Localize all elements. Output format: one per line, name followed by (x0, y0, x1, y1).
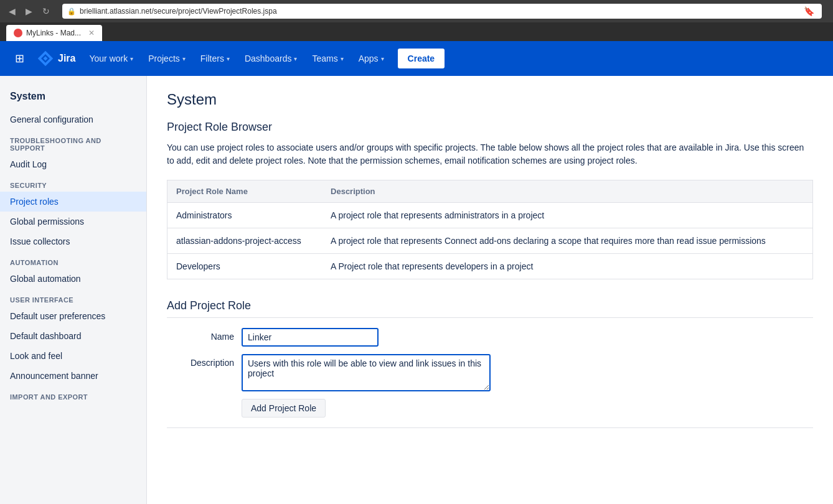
nav-teams[interactable]: Teams ▾ (306, 49, 349, 68)
tab-title: MyLinks - Mad... (26, 29, 81, 37)
role-name-administrators[interactable]: Administrators (167, 203, 322, 228)
tab-favicon (14, 29, 22, 37)
add-project-role-button[interactable]: Add Project Role (242, 399, 326, 418)
main-content: System Project Role Browser You can use … (147, 76, 833, 504)
filters-chevron: ▾ (227, 55, 230, 62)
col-header-description: Description (322, 180, 812, 203)
name-input[interactable] (242, 328, 379, 347)
name-form-row: Name (167, 328, 813, 347)
sidebar-section-security: SECURITY (0, 174, 146, 192)
sidebar-section-import-export: IMPORT AND EXPORT (0, 386, 146, 403)
reload-button[interactable]: ↻ (40, 4, 52, 19)
url-text: brielliant.atlassian.net/secure/project/… (80, 7, 277, 16)
page-title: System (167, 91, 813, 108)
sidebar-section-automation: AUTOMATION (0, 251, 146, 269)
role-description-administrators: A project role that represents administr… (322, 203, 812, 228)
roles-table: Project Role Name Description Administra… (167, 180, 813, 279)
sidebar: System General configuration TROUBLESHOO… (0, 76, 147, 504)
description-textarea[interactable] (242, 354, 491, 391)
projects-chevron: ▾ (182, 55, 186, 62)
top-nav: ⊞ Jira Your work ▾ Projects ▾ Filters ▾ … (0, 41, 833, 76)
sidebar-item-issue-collectors[interactable]: Issue collectors (0, 231, 146, 251)
browser-chrome: ◀ ▶ ↻ 🔒 brielliant.atlassian.net/secure/… (0, 0, 833, 22)
sidebar-item-look-and-feel[interactable]: Look and feel (0, 346, 146, 366)
nav-dashboards[interactable]: Dashboards ▾ (238, 49, 304, 68)
nav-apps[interactable]: Apps ▾ (352, 49, 390, 68)
sidebar-item-global-permissions[interactable]: Global permissions (0, 212, 146, 231)
jira-logo[interactable]: Jira (32, 50, 80, 67)
project-role-browser-section: Project Role Browser You can use project… (167, 121, 813, 279)
role-description-addons: A project role that represents Connect a… (322, 228, 812, 254)
nav-projects[interactable]: Projects ▾ (142, 49, 192, 68)
project-role-browser-description: You can use project roles to associate u… (167, 141, 813, 167)
tab-close-button[interactable]: ✕ (88, 29, 95, 37)
sidebar-item-default-user-preferences[interactable]: Default user preferences (0, 306, 146, 326)
sidebar-item-project-roles[interactable]: Project roles (0, 192, 146, 212)
sidebar-section-user-interface: USER INTERFACE (0, 289, 146, 306)
nav-your-work[interactable]: Your work ▾ (83, 49, 139, 68)
project-role-browser-title: Project Role Browser (167, 121, 813, 134)
apps-chevron: ▾ (381, 55, 384, 62)
form-submit-row: Add Project Role (167, 399, 813, 428)
sidebar-item-global-automation[interactable]: Global automation (0, 269, 146, 289)
sidebar-item-announcement-banner[interactable]: Announcement banner (0, 366, 146, 386)
your-work-chevron: ▾ (130, 55, 133, 62)
description-form-row: Description (167, 354, 813, 391)
teams-chevron: ▾ (341, 55, 344, 62)
col-header-role-name: Project Role Name (167, 180, 322, 203)
grid-icon[interactable]: ⊞ (10, 47, 29, 70)
tab-bar: MyLinks - Mad... ✕ (0, 22, 833, 41)
bookmark-icon: 🔖 (804, 6, 814, 16)
sidebar-item-default-dashboard[interactable]: Default dashboard (0, 326, 146, 346)
create-button[interactable]: Create (398, 49, 445, 68)
role-description-developers: A Project role that represents developer… (322, 254, 812, 279)
sidebar-item-audit-log[interactable]: Audit Log (0, 154, 146, 174)
role-name-addons[interactable]: atlassian-addons-project-access (167, 228, 322, 254)
add-project-role-title: Add Project Role (167, 299, 813, 318)
dashboards-chevron: ▾ (294, 55, 297, 62)
role-name-developers[interactable]: Developers (167, 254, 322, 279)
table-row: Administrators A project role that repre… (167, 203, 813, 228)
jira-logo-text: Jira (58, 53, 75, 64)
sidebar-heading: System (0, 86, 146, 110)
nav-filters[interactable]: Filters ▾ (194, 49, 236, 68)
name-label: Name (167, 328, 242, 342)
back-button[interactable]: ◀ (6, 4, 18, 19)
forward-button[interactable]: ▶ (23, 4, 35, 19)
lock-icon: 🔒 (67, 7, 76, 16)
table-row: Developers A Project role that represent… (167, 254, 813, 279)
address-bar[interactable]: 🔒 brielliant.atlassian.net/secure/projec… (62, 4, 822, 19)
description-label: Description (167, 354, 242, 368)
sidebar-item-general-configuration[interactable]: General configuration (0, 110, 146, 129)
active-tab[interactable]: MyLinks - Mad... ✕ (6, 25, 102, 41)
table-header-row: Project Role Name Description (167, 180, 813, 203)
table-row: atlassian-addons-project-access A projec… (167, 228, 813, 254)
add-project-role-section: Add Project Role Name Description Add Pr… (167, 299, 813, 428)
page-layout: System General configuration TROUBLESHOO… (0, 76, 833, 504)
sidebar-section-troubleshooting: TROUBLESHOOTING AND SUPPORT (0, 129, 146, 154)
